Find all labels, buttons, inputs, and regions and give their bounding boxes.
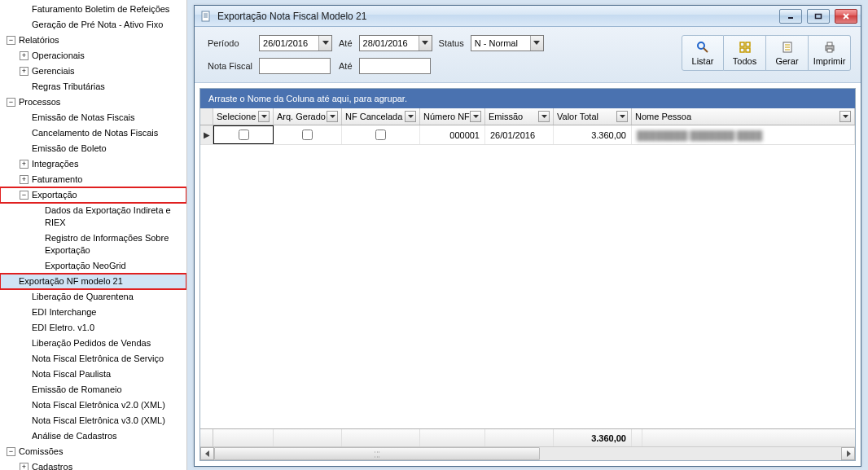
tree-item[interactable]: Liberação Pedidos de Vendas: [0, 336, 186, 351]
filter-dropdown-icon[interactable]: [616, 111, 628, 122]
collapse-icon[interactable]: −: [20, 191, 28, 200]
tree-item[interactable]: Nota Fiscal Eletrônica v3.0 (XML): [0, 413, 186, 428]
tree-item[interactable]: −Processos: [0, 94, 186, 110]
scroll-thumb[interactable]: [214, 447, 540, 460]
tree-item[interactable]: EDI Interchange: [0, 305, 186, 320]
maximize-button[interactable]: [807, 9, 830, 24]
tree-item-label: Exportação NF modelo 21: [19, 275, 123, 288]
toggle-placeholder: [20, 292, 28, 301]
svg-rect-5: [816, 14, 822, 18]
cell-nf_cancelada: [342, 125, 420, 144]
scroll-right-icon[interactable]: [841, 447, 855, 460]
checkbox-nf_cancelada[interactable]: [375, 130, 386, 140]
tree-item[interactable]: Nota Fiscal Paulista: [0, 367, 186, 382]
tree-item[interactable]: Dados da Exportação Indireta e RIEX: [0, 203, 186, 231]
expand-icon[interactable]: +: [20, 175, 28, 184]
collapse-icon[interactable]: −: [7, 36, 15, 45]
filter-dropdown-icon[interactable]: [840, 111, 851, 122]
chevron-down-icon[interactable]: [530, 36, 543, 51]
expand-icon[interactable]: +: [20, 463, 28, 470]
chevron-down-icon[interactable]: [419, 36, 432, 51]
minimize-button[interactable]: [779, 9, 802, 24]
filter-dropdown-icon[interactable]: [327, 111, 338, 122]
tree-item[interactable]: Geração de Pré Nota - Ativo Fixo: [0, 17, 186, 33]
tree-item[interactable]: Liberação de Quarentena: [0, 289, 186, 305]
chevron-down-icon[interactable]: [318, 36, 331, 51]
nf-from-input[interactable]: [259, 58, 331, 74]
nota-fiscal-label: Nota Fiscal: [208, 61, 252, 71]
tree-item[interactable]: +Operacionais: [0, 48, 186, 64]
tree-item[interactable]: +Gerenciais: [0, 64, 186, 79]
toggle-placeholder: [20, 323, 28, 332]
todos-button[interactable]: Todos: [724, 35, 766, 71]
tree-item[interactable]: Emissão de Romaneio: [0, 382, 186, 398]
filter-dropdown-icon[interactable]: [538, 111, 550, 122]
checkbox-selecione[interactable]: [239, 130, 249, 140]
tree-item[interactable]: +Faturamento: [0, 172, 186, 187]
tree-item-label: Dados da Exportação Indireta e RIEX: [45, 204, 183, 229]
tree-item[interactable]: −Exportação: [0, 187, 186, 203]
tree-item[interactable]: Regras Tributárias: [0, 79, 186, 94]
generate-icon: [780, 40, 795, 55]
tree-item[interactable]: Exportação NF modelo 21: [0, 274, 186, 289]
toggle-placeholder: [20, 129, 28, 138]
column-header-emissao[interactable]: Emissão: [485, 108, 554, 125]
collapse-icon[interactable]: −: [7, 447, 15, 456]
tree-item[interactable]: Cancelamento de Notas Fiscais: [0, 125, 186, 141]
tree-item[interactable]: +Cadastros: [0, 459, 186, 470]
imprimir-button[interactable]: Imprimir: [809, 35, 851, 71]
group-by-bar[interactable]: Arraste o Nome da Coluna até aqui, para …: [200, 89, 855, 108]
expand-icon[interactable]: +: [20, 160, 28, 169]
expand-icon[interactable]: +: [20, 67, 28, 76]
column-header-valor_total[interactable]: Valor Total: [554, 108, 632, 125]
tree-item[interactable]: Nota Fiscal Eletrônica de Serviço: [0, 351, 186, 367]
nf-to-input[interactable]: [359, 58, 431, 74]
listar-button[interactable]: Listar: [682, 35, 724, 71]
periodo-to-input[interactable]: [359, 35, 432, 51]
toggle-placeholder: [33, 213, 42, 222]
tree-item[interactable]: −Relatórios: [0, 33, 186, 48]
tree-item[interactable]: Emissão de Boleto: [0, 141, 186, 156]
tree-item-label: EDI Interchange: [32, 306, 97, 318]
collapse-icon[interactable]: −: [7, 98, 15, 107]
table-row[interactable]: ▶00000126/01/20163.360,00████████ ██████…: [200, 125, 855, 145]
tree-item[interactable]: Faturamento Boletim de Refeições: [0, 2, 186, 17]
column-header-arq_gerado[interactable]: Arq. Gerado: [274, 108, 342, 125]
ate-label-2: Até: [339, 61, 353, 71]
column-header-nf_cancelada[interactable]: NF Cancelada: [342, 108, 420, 125]
tree-item[interactable]: EDI Eletro. v1.0: [0, 320, 186, 336]
checkbox-arq_gerado[interactable]: [302, 130, 313, 140]
filter-dropdown-icon[interactable]: [405, 111, 416, 122]
filter-dropdown-icon[interactable]: [258, 111, 270, 122]
tree-item[interactable]: Nota Fiscal Eletrônica v2.0 (XML): [0, 398, 186, 413]
cell-nome_pessoa: ████████ ███████ ████: [632, 125, 855, 144]
tree-item[interactable]: Emissão de Notas Fiscais: [0, 110, 186, 125]
column-header-numero_nf[interactable]: Número NF: [420, 108, 485, 125]
scroll-left-icon[interactable]: [200, 447, 214, 460]
toggle-placeholder: [20, 401, 28, 410]
tree-item[interactable]: Análise de Cadastros: [0, 428, 186, 444]
tree-item-label: Registro de Informações Sobre Exportação: [45, 232, 183, 257]
navigation-tree: Faturamento Boletim de RefeiçõesGeração …: [0, 0, 187, 470]
horizontal-scrollbar[interactable]: [200, 446, 855, 460]
tree-item[interactable]: −Comissões: [0, 444, 186, 459]
document-icon: [199, 10, 213, 23]
tree-item-label: Exportação: [32, 189, 77, 201]
tree-item[interactable]: Exportação NeoGrid: [0, 258, 186, 274]
column-header-selecione[interactable]: Selecione: [213, 108, 274, 125]
gerar-button[interactable]: Gerar: [766, 35, 809, 71]
expand-icon[interactable]: +: [20, 51, 28, 60]
tree-item[interactable]: +Integrações: [0, 156, 186, 172]
toggle-placeholder: [33, 261, 42, 270]
tree-item[interactable]: Registro de Informações Sobre Exportação: [0, 231, 186, 258]
tree-item-label: Relatórios: [19, 34, 59, 46]
column-header-nome_pessoa[interactable]: Nome Pessoa: [632, 108, 855, 125]
cell-emissao: 26/01/2016: [485, 125, 554, 144]
status-select[interactable]: [471, 35, 544, 51]
close-button[interactable]: [835, 9, 857, 24]
tree-item-label: Integrações: [32, 158, 78, 170]
tree-item-label: Liberação Pedidos de Vendas: [32, 337, 151, 349]
periodo-from-input[interactable]: [259, 35, 332, 51]
filter-dropdown-icon[interactable]: [470, 111, 481, 122]
tree-item-label: Nota Fiscal Eletrônica v3.0 (XML): [32, 415, 165, 427]
